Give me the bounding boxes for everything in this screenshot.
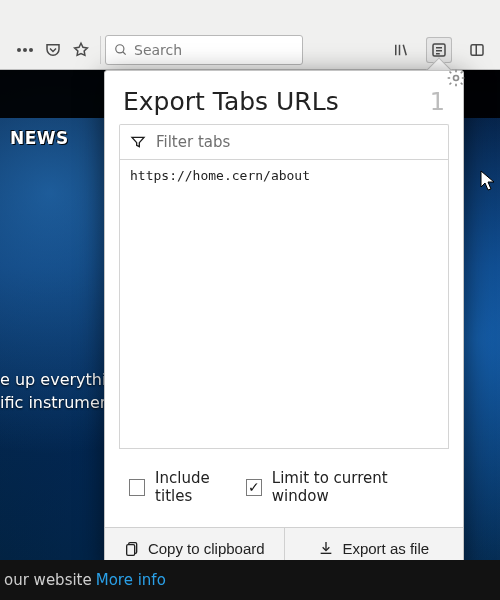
button-label: Copy to clipboard: [148, 540, 265, 557]
filter-icon: [130, 134, 146, 150]
search-input[interactable]: Search: [105, 35, 303, 65]
panel-title: Export Tabs URLs: [123, 87, 339, 116]
svg-line-7: [403, 45, 406, 56]
svg-point-11: [454, 76, 459, 81]
footer-text: our website: [4, 571, 92, 589]
library-icon[interactable]: [388, 37, 414, 63]
svg-line-4: [123, 52, 126, 55]
download-icon: [318, 540, 334, 556]
svg-rect-13: [127, 545, 135, 556]
checkbox-box: [129, 479, 145, 496]
filter-input[interactable]: Filter tabs: [119, 124, 449, 159]
svg-point-1: [23, 48, 27, 52]
svg-point-2: [29, 48, 33, 52]
settings-gear-icon[interactable]: [436, 68, 466, 98]
button-label: Export as file: [342, 540, 429, 557]
include-titles-checkbox[interactable]: Include titles: [129, 469, 246, 505]
cookie-footer: our website More info: [0, 560, 500, 600]
toolbar-separator: [100, 36, 101, 64]
checkbox-label: Limit to current window: [272, 469, 439, 505]
bookmark-star-icon[interactable]: [72, 41, 90, 59]
nav-item-news[interactable]: NEWS: [10, 128, 69, 148]
checkbox-label: Include titles: [155, 469, 246, 505]
search-icon: [114, 43, 128, 57]
pocket-icon[interactable]: [44, 41, 62, 59]
urls-textarea[interactable]: [119, 159, 449, 449]
checkbox-box: [246, 479, 262, 496]
svg-point-3: [116, 45, 124, 53]
search-placeholder: Search: [134, 42, 182, 58]
page-actions-icon[interactable]: [16, 47, 34, 53]
extension-popup: Export Tabs URLs 1 Filter tabs Include t…: [104, 70, 464, 569]
filter-placeholder: Filter tabs: [156, 133, 230, 151]
clipboard-icon: [124, 540, 140, 556]
sidebar-toggle-icon[interactable]: [464, 37, 490, 63]
footer-more-info-link[interactable]: More info: [96, 571, 166, 589]
toolbar: Search: [0, 30, 500, 70]
svg-point-0: [17, 48, 21, 52]
limit-window-checkbox[interactable]: Limit to current window: [246, 469, 439, 505]
browser-chrome: Search: [0, 0, 500, 70]
